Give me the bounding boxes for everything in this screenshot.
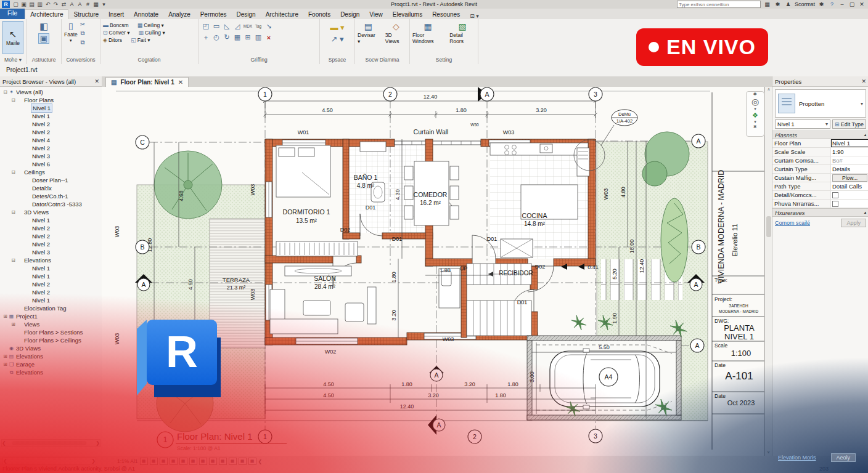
tree-item-nivel-2[interactable]: Nivel 2 xyxy=(0,120,102,128)
tree-item-elevations[interactable]: ⊞▤Elevations xyxy=(0,352,102,360)
modify-button[interactable]: ↖ Maiile xyxy=(2,21,23,54)
section-plasnsts[interactable]: Plasnsts▴ xyxy=(772,131,868,139)
group-label-conversions[interactable]: Conversions xyxy=(62,57,100,64)
tab-analyze-4[interactable]: Analyze xyxy=(163,10,195,19)
qat-dropdown-icon[interactable]: ▾ xyxy=(100,1,107,7)
properties-help-link[interactable]: Comom scailé xyxy=(775,220,810,226)
mdx-tool-icon[interactable]: MDX xyxy=(244,24,252,28)
cut-icon[interactable]: ✂ xyxy=(80,21,85,28)
transfer-icon[interactable]: ⇄ xyxy=(60,1,67,7)
properties-header[interactable]: Properties✕ xyxy=(772,76,868,87)
search-icon[interactable]: ▦ xyxy=(764,1,771,7)
group-label-cogration[interactable]: Cogration xyxy=(100,57,198,64)
tab-annotate-3[interactable]: Annotate xyxy=(129,10,163,19)
cuiling-button[interactable]: ▥Cuiling ▾ xyxy=(139,30,165,36)
tab-elevailums-11[interactable]: Elevailums xyxy=(388,10,427,19)
wall-tool-icon[interactable]: ◰ xyxy=(203,22,209,30)
tree-item-nivel-2[interactable]: Nivel 2 xyxy=(0,144,102,152)
shape-tool-icon[interactable]: ◴ xyxy=(213,33,219,41)
redo-icon[interactable]: ↷ xyxy=(52,1,59,7)
close-icon[interactable]: ✕ xyxy=(94,78,99,84)
property-row-detall-komccs-[interactable]: Detall/Komccs... xyxy=(772,191,868,200)
project-browser-header[interactable]: Project Browser - Views (all)✕ xyxy=(0,76,102,87)
type-selector[interactable]: Propotten ▾ xyxy=(775,89,866,118)
structure-icon[interactable]: ▣ xyxy=(38,33,49,44)
copy-icon[interactable]: ⧉ xyxy=(80,30,84,37)
tab-foonots-8[interactable]: Foonots xyxy=(303,10,335,19)
tab-architecture-7[interactable]: Architecture xyxy=(261,10,303,19)
tab-design-9[interactable]: Design xyxy=(335,10,364,19)
close-icon[interactable]: ✕ xyxy=(861,78,866,84)
view-control-icon-4[interactable]: ▦ xyxy=(179,458,187,465)
tree-item-nivel-1[interactable]: Nivel 1 xyxy=(0,296,102,304)
tree-item-eara-e[interactable]: ⊞❑Earaçe xyxy=(0,360,102,368)
tab-resounes-12[interactable]: Resounes xyxy=(427,10,465,19)
tree-item-nivel-1[interactable]: Nivel 1 xyxy=(0,272,102,280)
view-control-icon-8[interactable]: ▦ xyxy=(219,458,227,465)
property-row-phuva-nrrarras-[interactable]: Phuva Nrrarras... xyxy=(772,200,868,208)
wall-icon[interactable]: ◧ xyxy=(39,21,48,32)
component-tool-icon[interactable]: ◿ xyxy=(235,22,240,30)
minimize-button[interactable]: – xyxy=(838,1,846,7)
array-tool-icon[interactable]: ⊞ xyxy=(245,33,250,41)
search-input[interactable] xyxy=(677,1,761,8)
tab-design-6[interactable]: Design xyxy=(232,10,261,19)
tree-item-nivel-2[interactable]: Nivel 2 xyxy=(0,288,102,296)
conver-button[interactable]: ⊡Conver ▾ xyxy=(103,30,130,36)
tree-item-nivel-6[interactable]: Nivel 6 xyxy=(0,160,102,168)
new-file-icon[interactable]: ▢ xyxy=(12,1,19,7)
property-row-custain-malfig-[interactable]: Custain Malfig...Plow... xyxy=(772,174,868,182)
tab-view-10[interactable]: View xyxy=(364,10,388,19)
view-tab-floor-plan[interactable]: ▤ Floor Plan: Nivel 1 ✕ xyxy=(105,77,189,87)
tab-permotes-5[interactable]: Permotes xyxy=(195,10,232,19)
region-tool-icon[interactable]: ▥ xyxy=(255,33,261,41)
view-control-icon-0[interactable]: ▦ xyxy=(140,458,148,465)
tile-views-icon[interactable]: ▦ xyxy=(92,1,99,7)
browser-hscrollbar[interactable]: ❮❯ xyxy=(1,439,100,447)
tree-item-nivel-1[interactable]: Nivel 1 xyxy=(0,112,102,120)
tree-item-nivel-1[interactable]: Nivel 1 xyxy=(0,264,102,272)
group-label-astructure[interactable]: Astructure xyxy=(27,57,61,64)
line-tool-icon[interactable]: ↘ xyxy=(266,22,271,30)
view-control-icon-10[interactable]: ▦ xyxy=(239,458,247,465)
home-view-icon[interactable]: ❖ xyxy=(752,111,758,119)
tree-item-nivel-4[interactable]: Nivel 4 xyxy=(0,136,102,144)
navbar-gear-icon-2[interactable]: ✱ xyxy=(753,124,757,129)
undo-icon[interactable]: ↶ xyxy=(44,1,51,7)
group-label-spsace[interactable]: Spsace xyxy=(320,57,354,64)
modify-panel-icon[interactable]: ⊡ ▾ xyxy=(470,13,479,19)
revit-app-icon[interactable]: R xyxy=(2,1,10,8)
tab-insert-2[interactable]: Insert xyxy=(104,10,129,19)
view-control-icon-9[interactable]: ▦ xyxy=(229,458,237,465)
grid-tool-icon[interactable]: ▦ xyxy=(234,33,240,41)
view-control-icon-2[interactable]: ▦ xyxy=(160,458,168,465)
match-icon[interactable]: ⧉ xyxy=(80,39,84,46)
tree-item-dator-cotn-3-5333[interactable]: Dator/Cotn:3 -5333 xyxy=(0,200,102,208)
view-control-icon-7[interactable]: ▦ xyxy=(209,458,217,465)
section-hxureraves[interactable]: Hxureraves▴ xyxy=(772,208,868,217)
navbar-caret-2[interactable]: ▾ xyxy=(754,119,756,124)
restore-button[interactable]: ▢ xyxy=(848,1,856,7)
tree-item-3d-views[interactable]: ⊟3D Views xyxy=(0,208,102,216)
view-control-icon-11[interactable]: ▦ xyxy=(248,458,256,465)
scale-indicator[interactable]: 1:1% Al1 xyxy=(117,458,138,464)
navbar-caret[interactable]: ▾ xyxy=(754,107,756,111)
floor-windows-button[interactable]: ▦Floor Windows xyxy=(412,22,443,44)
group-label-griffing[interactable]: Griffing xyxy=(199,57,319,64)
tree-item-detal-lx[interactable]: Detal:lx xyxy=(0,184,102,192)
tab-structure-1[interactable]: Structure xyxy=(68,10,104,19)
tree-item-ceilings[interactable]: ⊟Ceilings xyxy=(0,168,102,176)
save-as-icon[interactable]: ▥ xyxy=(36,1,43,7)
tree-item-nivel-2[interactable]: Nivel 2 xyxy=(0,224,102,232)
tree-item-nivel-1[interactable]: Nivel 1 xyxy=(0,104,102,112)
property-row-curtain-type[interactable]: Curtain TypeDetails xyxy=(772,165,868,174)
user-icon[interactable]: ♟ xyxy=(785,1,792,7)
tree-item-nivel-3[interactable]: Nivel 3 xyxy=(0,248,102,256)
apps-icon[interactable]: ✱ xyxy=(774,1,781,7)
tree-item-3d-viaws[interactable]: ◉3D Viaws xyxy=(0,344,102,352)
property-row-floor-plan[interactable]: Floor PlanNivel 1 xyxy=(772,139,868,148)
apply-button[interactable]: Apply xyxy=(841,219,866,227)
tree-item-views-all-[interactable]: ⊟✶Views (all) xyxy=(0,88,102,96)
delete-tool-icon[interactable]: × xyxy=(267,34,271,41)
window-tool-icon[interactable]: ◺ xyxy=(224,22,229,30)
